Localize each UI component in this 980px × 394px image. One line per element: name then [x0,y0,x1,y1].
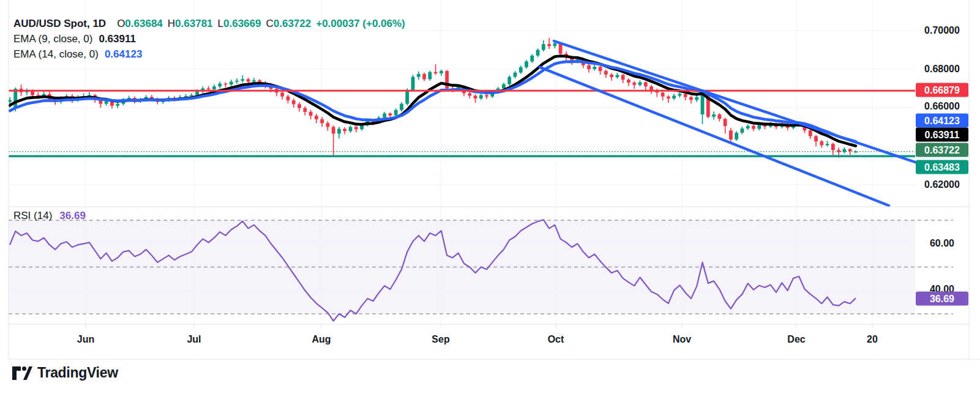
candle-body [389,113,392,115]
indicator-legend-row[interactable]: EMA (9, close, 0)0.63911 [13,31,405,46]
candle-body [684,94,687,97]
price-tick-label: 0.70000 [916,25,968,36]
candle-body [422,74,426,79]
close-letter: C [266,18,273,29]
candle-body [826,144,829,145]
candle-body [241,79,244,81]
candle-body [837,150,840,152]
candle-body [616,75,619,77]
time-axis-label: Oct [548,334,564,345]
candle-body [536,50,540,56]
footer-brand[interactable]: TradingView [12,365,118,381]
candle-body [502,84,506,89]
rsi-legend-row[interactable]: RSI (14)36.69 [13,210,86,222]
close-value: 0.63722 [274,18,311,29]
candle-body [741,128,744,133]
candle-body [525,61,528,67]
candle-body [689,97,693,100]
candle-body [820,141,823,145]
candle-body [848,149,852,151]
candle-body [212,86,216,89]
candle-body [638,82,642,84]
candle-body [292,100,296,104]
candle-body [343,129,346,132]
candle-body [627,80,630,83]
candle-body [547,44,551,46]
candle-body [309,112,313,116]
candle-body [405,91,409,104]
candle-body [678,94,682,95]
candle-body [712,114,716,117]
indicator-label: EMA (14, close, 0) [13,48,99,60]
change-value: +0.00037 (+0.06%) [316,18,405,29]
time-axis-label: 20 [867,334,878,345]
candle-body [485,95,488,97]
candle-body [105,101,108,104]
candle-body [649,86,653,90]
low-value: 0.63669 [223,18,261,29]
candle-body [235,81,239,82]
price-tick-label: 0.62000 [916,179,968,190]
candle-body [553,43,557,46]
candle-body [468,93,471,95]
candle-body [757,125,761,128]
candle-body [326,123,330,127]
candle-wick [242,75,243,83]
candle-body [672,96,676,98]
candle-wick [668,95,669,103]
candle-body [383,113,386,117]
candle-body [746,126,750,128]
candle-body [230,82,233,85]
price-badge: 0.63483 [916,160,968,174]
candle-body [190,95,193,97]
price-badge: 0.64123 [916,114,968,128]
candle-body [303,108,307,112]
price-tick-label: 0.66000 [916,101,968,112]
high-value: 0.63781 [175,18,212,29]
candle-body [661,92,665,96]
candle-body [729,130,733,139]
candle-body [542,44,545,50]
candle-body [394,110,398,116]
candle-body [315,116,318,119]
time-axis-label: Nov [673,334,691,345]
candle-body [593,67,596,69]
indicator-legend-row[interactable]: EMA (14, close, 0)0.64123 [13,46,405,62]
price-badge: 0.66879 [916,83,968,97]
candle-body [411,77,415,91]
rsi-legend-value: 36.69 [59,210,86,221]
candle-body [717,114,721,119]
candle-body [440,71,443,73]
candle-body [587,65,591,69]
candle-body [610,75,613,77]
candle-wick [827,141,828,146]
time-axis-label: Jul [187,334,201,345]
open-value: 0.63684 [125,18,162,29]
symbol-legend-row[interactable]: AUD/USD Spot, 1DO0.63684H0.63781L0.63669… [13,16,405,31]
price-tick-label: 0.68000 [916,64,968,75]
rsi-badge: 36.69 [916,292,968,306]
indicator-value: 0.64123 [105,48,142,60]
candle-body [116,104,119,106]
candle-body [507,77,511,84]
candle-wick [475,94,476,103]
tradingview-logo-icon [12,366,32,380]
chart-legend: AUD/USD Spot, 1DO0.63684H0.63781L0.63669… [13,16,405,62]
candle-body [349,127,353,132]
open-letter: O [117,18,125,29]
candle-body [207,89,211,90]
time-axis-label: Jun [77,334,94,345]
time-axis-label: Sep [432,334,449,345]
candle-wick [225,82,226,87]
candle-body [599,67,602,71]
candle-body [514,73,517,77]
candle-body [831,144,835,150]
symbol-title: AUD/USD Spot, 1D [13,18,106,29]
candle-body [724,119,727,126]
candle-body [519,67,523,73]
candle-body [621,75,625,80]
candle-wick [548,38,550,49]
candle-body [247,79,250,81]
candle-body [604,71,608,75]
candle-body [320,119,324,123]
